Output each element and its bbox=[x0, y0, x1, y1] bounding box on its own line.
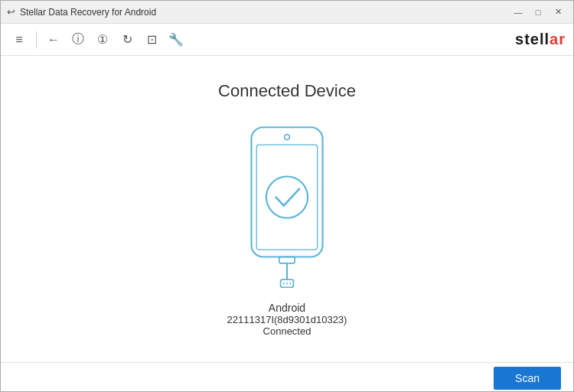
page-title: Connected Device bbox=[218, 81, 356, 101]
brand-logo-accent: ar bbox=[550, 31, 566, 47]
scan-button[interactable]: Scan bbox=[494, 367, 561, 390]
svg-point-3 bbox=[266, 177, 308, 218]
footer: Scan bbox=[1, 362, 573, 392]
title-bar-left: ↩ Stellar Data Recovery for Android bbox=[7, 6, 156, 18]
phone-illustration bbox=[230, 124, 344, 292]
back-button[interactable]: ← bbox=[43, 29, 64, 51]
minimize-button[interactable]: — bbox=[509, 5, 527, 20]
main-content: Connected Device Android bbox=[1, 56, 573, 362]
help-button[interactable]: ① bbox=[92, 29, 113, 51]
menu-button[interactable]: ≡ bbox=[8, 29, 30, 51]
phone-container: Android 22111317I(8d9301d10323) Connecte… bbox=[227, 124, 347, 337]
svg-rect-0 bbox=[251, 127, 322, 256]
title-bar: ↩ Stellar Data Recovery for Android — □ … bbox=[1, 1, 573, 24]
device-id: 22111317I(8d9301d10323) bbox=[227, 314, 347, 325]
toolbar: ≡ ← ⓘ ① ↻ ⊡ 🔧 stellar bbox=[1, 24, 573, 56]
title-bar-controls: — □ ✕ bbox=[509, 5, 567, 20]
refresh-button[interactable]: ↻ bbox=[116, 29, 138, 51]
device-name: Android bbox=[227, 302, 347, 314]
close-button[interactable]: ✕ bbox=[549, 5, 567, 20]
info-button[interactable]: ⓘ bbox=[67, 29, 89, 51]
settings-button[interactable]: 🔧 bbox=[165, 29, 187, 51]
svg-point-1 bbox=[285, 135, 290, 140]
maximize-button[interactable]: □ bbox=[529, 5, 547, 20]
cart-button[interactable]: ⊡ bbox=[141, 29, 162, 51]
svg-rect-4 bbox=[279, 256, 295, 263]
title-bar-title: Stellar Data Recovery for Android bbox=[20, 7, 156, 18]
device-status: Connected bbox=[227, 325, 347, 337]
title-bar-icon: ↩ bbox=[7, 6, 15, 18]
brand-logo: stellar bbox=[515, 31, 566, 48]
device-info: Android 22111317I(8d9301d10323) Connecte… bbox=[227, 302, 347, 337]
toolbar-divider bbox=[36, 31, 37, 48]
